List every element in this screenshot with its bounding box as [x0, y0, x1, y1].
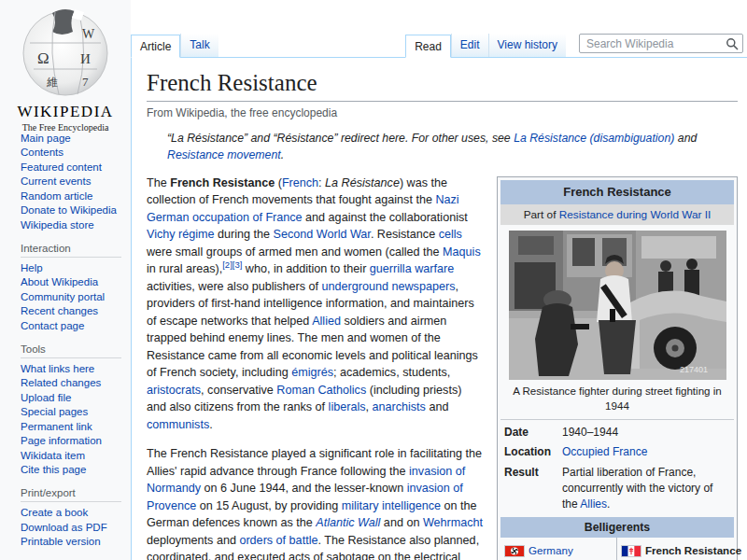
sidebar-link[interactable]: Current events [21, 175, 121, 187]
sidebar-link[interactable]: About Wikipedia [21, 276, 121, 287]
article-link[interactable]: underground newspapers [322, 280, 456, 293]
text-span: La Résistance [325, 176, 400, 189]
fact-result-label: Result [504, 465, 562, 511]
sidebar-link[interactable]: Main page [21, 133, 121, 144]
text-span: , [366, 400, 373, 413]
tab-edit[interactable]: Edit [451, 34, 488, 57]
wikipedia-wordmark: WIKIPEDIA [0, 103, 131, 121]
sidebar-link[interactable]: Download as PDF [21, 522, 121, 533]
tab-read[interactable]: Read [405, 35, 451, 58]
article-link[interactable]: communists [147, 418, 209, 431]
search-input[interactable] [579, 34, 743, 53]
article-link[interactable]: Allied [312, 315, 341, 328]
sidebar-link[interactable]: Contact page [21, 320, 121, 331]
article-link[interactable]: anarchists [373, 400, 426, 413]
article-link[interactable]: Atlantic Wall [316, 516, 380, 529]
text-span: in rural areas), [147, 262, 222, 275]
text-span: activities, were also publishers of [147, 280, 322, 293]
tab-read-label: Read [415, 40, 442, 53]
svg-text:W: W [82, 27, 95, 41]
infobox-title: French Resistance [500, 180, 734, 204]
sidebar-link[interactable]: Printable version [21, 536, 121, 547]
text-span: and [426, 400, 449, 413]
article-link[interactable]: Maquis [443, 245, 481, 259]
sidebar-link[interactable]: Create a book [21, 507, 121, 518]
svg-text:И: И [80, 51, 91, 66]
wikipedia-globe-icon: Ω W И 7 維 [21, 7, 110, 97]
belligerents-header: Belligerents [500, 517, 734, 538]
occupied-france-link[interactable]: Occupied France [562, 445, 647, 458]
text-span: on 15 August, by providing [196, 499, 341, 512]
sidebar-link[interactable]: Cite this page [21, 464, 121, 475]
article-link[interactable]: Second World War [274, 228, 371, 241]
article-link[interactable]: liberals [329, 400, 366, 413]
article-link[interactable]: La Résistance (disambiguation) [514, 132, 674, 145]
tab-talk[interactable]: Talk [180, 34, 218, 57]
sidebar-link[interactable]: Upload file [21, 392, 121, 403]
sidebar-link[interactable]: Random article [21, 190, 121, 202]
tab-edit-label: Edit [460, 38, 480, 51]
belligerents-axis-column: Germany Vichy France [500, 538, 617, 560]
sidebar-link[interactable]: Contents [21, 147, 121, 158]
sidebar-nav: Main pageContentsFeatured contentCurrent… [0, 129, 131, 560]
text-span: , conservative [201, 384, 276, 397]
reference-link[interactable]: [2][3] [222, 259, 242, 270]
article-link[interactable]: military intelligence [342, 499, 441, 512]
article-link[interactable]: émigrés [291, 366, 333, 379]
article-content: French Resistance From Wikipedia, the fr… [131, 58, 747, 560]
text-span: during the [215, 228, 274, 241]
article-link[interactable]: Vichy régime [147, 228, 215, 241]
text-span: . [607, 497, 610, 511]
germany-link[interactable]: Germany [529, 543, 573, 558]
sidebar-link[interactable]: What links here [21, 363, 121, 374]
text-span: French Resistance [170, 176, 275, 189]
sidebar-section-main: Main pageContentsFeatured contentCurrent… [21, 133, 121, 231]
text-span: ( [275, 176, 282, 189]
article-link[interactable]: guerrilla warfare [370, 262, 454, 275]
text-span: . [281, 148, 284, 161]
sidebar-heading-interaction: Interaction [21, 243, 121, 258]
sidebar-link[interactable]: Wikidata item [21, 450, 121, 461]
fact-row-result: Result Partial liberation of France, con… [500, 463, 734, 514]
article-link[interactable]: orders of battle [239, 534, 317, 547]
tab-talk-label: Talk [190, 38, 209, 51]
sidebar-link[interactable]: Related changes [21, 377, 121, 388]
article-link[interactable]: Allies [580, 497, 607, 511]
tab-view-history[interactable]: View history [488, 34, 566, 57]
article-link[interactable]: French [282, 176, 318, 189]
sidebar-section-print-export: Print/export Create a bookDownload as PD… [21, 487, 121, 547]
article-link[interactable]: cells [439, 228, 462, 241]
sidebar-link[interactable]: Donate to Wikipedia [21, 204, 121, 216]
fact-date-label: Date [504, 425, 562, 441]
sidebar-link[interactable]: Help [21, 262, 121, 273]
wikipedia-logo[interactable]: Ω W И 7 維 WIKIPEDIA The Free Encyclopedi… [0, 0, 131, 133]
article-link[interactable]: Roman Catholics [276, 384, 366, 397]
belligerents-columns: Germany Vichy France French Resistance [500, 538, 734, 560]
sidebar-link[interactable]: Community portal [21, 291, 121, 302]
sidebar-link[interactable]: Recent changes [21, 305, 121, 316]
text-span: ; academics, students, [333, 366, 450, 379]
sidebar-link[interactable]: Featured content [21, 161, 121, 173]
article-link[interactable]: aristocrats [147, 384, 201, 397]
namespace-tabs: Article Talk [131, 34, 218, 57]
text-span: and against the collaborationist [303, 211, 468, 224]
belligerent-germany: Germany [505, 543, 612, 558]
sidebar-link[interactable]: Special pages [21, 406, 121, 417]
svg-text:維: 維 [47, 76, 58, 89]
text-span: . Resistance [371, 228, 439, 241]
sidebar-heading-print-export: Print/export [21, 487, 121, 502]
article-link[interactable]: Wehrmacht [423, 516, 483, 529]
svg-text:7: 7 [82, 75, 89, 89]
infobox-partof-link[interactable]: Resistance during World War II [559, 208, 712, 221]
text-span: on 6 June 1944, and the lesser-known [201, 482, 407, 495]
article-link[interactable]: Resistance movement [167, 148, 281, 161]
text-span: “La Résistance” and “Résistance” redirec… [167, 132, 514, 145]
search-icon[interactable] [726, 37, 739, 50]
sidebar-link[interactable]: Page information [21, 435, 121, 446]
infobox-photo[interactable]: 217401 [509, 231, 726, 380]
flag-nazi-germany-icon [505, 546, 524, 556]
sidebar-link[interactable]: Wikipedia store [21, 219, 121, 231]
tab-article[interactable]: Article [131, 35, 180, 58]
sidebar-link[interactable]: Permanent link [21, 421, 121, 432]
infobox-military-conflict: French Resistance Part of Resistance dur… [497, 176, 738, 560]
